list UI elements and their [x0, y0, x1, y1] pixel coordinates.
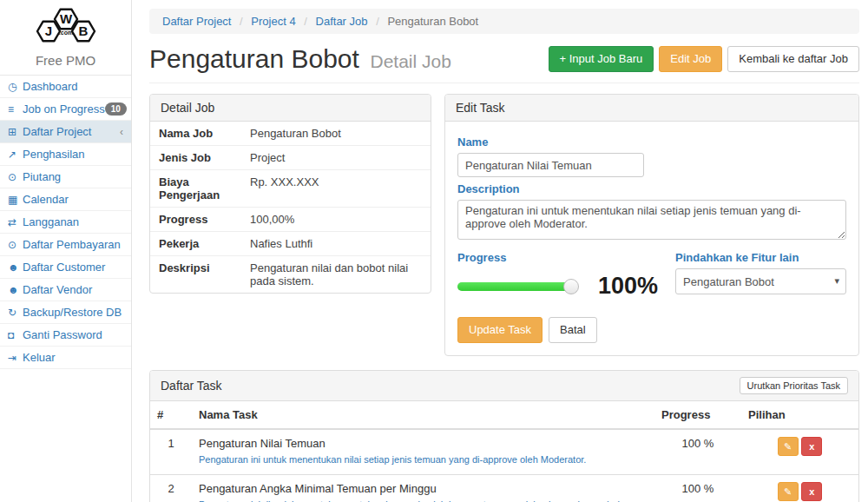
task-name: Pengaturan Angka Minimal Temuan per Ming… [199, 482, 648, 495]
edit-task-button[interactable]: ✎ [778, 482, 799, 501]
x-icon: x [809, 441, 814, 452]
money-icon: ⊙ [8, 239, 23, 251]
table-row: 1 Pengaturan Nilai Temuan Pengaturan ini… [150, 429, 858, 474]
brand-logo[interactable]: J W B .com Free PMO [0, 0, 131, 76]
sidebar-item-job-on-progress[interactable]: ≡ Job on Progress 10 [0, 98, 131, 121]
progress-label: Progress [457, 251, 658, 264]
move-feature-label: Pindahkan ke Fitur lain [675, 251, 846, 264]
pencil-icon: ✎ [784, 486, 792, 497]
sidebar-item-ganti-password[interactable]: ◘ Ganti Password [0, 324, 131, 347]
table-row: 2 Pengaturan Angka Minimal Temuan per Mi… [150, 474, 858, 502]
task-description-textarea[interactable]: Pengaturan ini untuk menentukan nilai se… [457, 200, 846, 240]
edit-task-panel: Edit Task Name Description Pengaturan in… [444, 94, 859, 356]
edit-task-button[interactable]: ✎ [778, 437, 799, 456]
jwb-logo-icon: J W B .com [21, 5, 111, 49]
sidebar-item-piutang[interactable]: ⊙ Piutang [0, 166, 131, 188]
edit-job-button[interactable]: Edit Job [659, 46, 722, 72]
daftar-task-panel-title: Daftar Task [161, 379, 222, 393]
detail-row: Nama Job Pengaturan Bobot [150, 122, 431, 146]
sidebar-item-backup-restore-db[interactable]: ↻ Backup/Restore DB [0, 301, 131, 324]
page-subtitle: Detail Job [371, 51, 451, 71]
sidebar-item-dashboard[interactable]: ◷ Dashboard [0, 76, 131, 98]
logo-letter-b: B [78, 23, 88, 38]
progress-slider-fill [457, 282, 572, 291]
progress-slider[interactable] [457, 282, 572, 291]
progress-column: Progress 100% Update Task Batal [457, 246, 675, 343]
breadcrumb-daftar-job[interactable]: Daftar Job [316, 15, 368, 28]
task-table: # Nama Task Progress Pilihan 1 Pengatura… [150, 401, 858, 502]
delete-task-button[interactable]: x [801, 437, 822, 456]
daftar-task-panel: Daftar Task Urutkan Prioritas Task # Nam… [149, 370, 859, 502]
chart-icon: ↗ [8, 149, 23, 161]
logo-letter-j: J [44, 23, 51, 38]
sign-out-icon: ⇥ [8, 352, 23, 364]
progress-value: 100% [598, 273, 658, 300]
breadcrumb-current: Pengaturan Bobot [387, 15, 478, 28]
col-header-progress: Progress [654, 401, 741, 429]
page-title-group: Pengaturan Bobot Detail Job [149, 44, 451, 74]
money-icon: ⊙ [8, 171, 23, 183]
breadcrumb-separator: / [376, 15, 379, 28]
task-description: Pengaturan ini untuk menentukan nilai se… [199, 452, 648, 467]
breadcrumb-separator: / [240, 15, 243, 28]
pencil-icon: ✎ [784, 441, 792, 452]
progress-slider-handle[interactable] [563, 279, 579, 294]
description-label: Description [457, 182, 846, 195]
breadcrumb: Daftar Project / Project 4 / Daftar Job … [149, 9, 859, 34]
move-feature-select[interactable]: Pengaturan Bobot [675, 268, 846, 294]
sidebar-item-daftar-vendor[interactable]: ☻ Daftar Vendor [0, 279, 131, 301]
sidebar-item-daftar-pembayaran[interactable]: ⊙ Daftar Pembayaran [0, 234, 131, 256]
input-job-baru-label: Input Job Baru [569, 52, 643, 65]
logo-letter-w: W [59, 11, 72, 26]
breadcrumb-daftar-project[interactable]: Daftar Project [162, 15, 231, 28]
sidebar-item-langganan[interactable]: ⇄ Langganan [0, 211, 131, 234]
users-icon: ☻ [8, 261, 23, 274]
calendar-icon: ▦ [8, 194, 23, 206]
table-icon: ⊞ [8, 126, 23, 138]
edit-task-panel-title: Edit Task [445, 95, 858, 122]
col-header-num: # [150, 401, 192, 429]
repeat-icon: ⇄ [8, 216, 23, 228]
task-progress: 100 % [654, 429, 741, 474]
sidebar-item-penghasilan[interactable]: ↗ Penghasilan [0, 143, 131, 166]
task-description: Pengaturan ini diperlukan untuk menetuka… [199, 498, 648, 502]
list-icon: ≡ [8, 103, 23, 116]
logo-dotcom: .com [58, 30, 72, 36]
detail-row: Jenis Job Project [150, 146, 431, 170]
input-job-baru-button[interactable]: + Input Job Baru [549, 46, 654, 72]
batal-button[interactable]: Batal [549, 317, 597, 343]
update-task-button[interactable]: Update Task [457, 317, 542, 343]
delete-task-button[interactable]: x [801, 482, 822, 501]
top-panels-row: Detail Job Nama Job Pengaturan Bobot Jen… [149, 94, 859, 356]
chevron-left-icon: ‹ [120, 126, 123, 138]
detail-row: Biaya Pengerjaan Rp. XXX.XXX [150, 170, 431, 208]
breadcrumb-separator: / [304, 15, 307, 28]
task-progress: 100 % [654, 474, 741, 502]
kembali-ke-daftar-job-button[interactable]: Kembali ke daftar Job [727, 46, 859, 72]
sidebar-item-daftar-customer[interactable]: ☻ Daftar Customer [0, 256, 131, 279]
detail-job-panel-title: Detail Job [150, 95, 431, 122]
job-count-badge: 10 [105, 102, 127, 116]
urutkan-prioritas-button-top[interactable]: Urutkan Prioritas Task [740, 377, 848, 394]
lock-icon: ◘ [8, 329, 23, 341]
app-root: J W B .com Free PMO ◷ Dashboard ≡ Job on… [0, 0, 868, 502]
brand-name: Free PMO [0, 53, 131, 68]
sidebar-nav: ◷ Dashboard ≡ Job on Progress 10 ⊞ Dafta… [0, 76, 131, 369]
detail-job-panel: Detail Job Nama Job Pengaturan Bobot Jen… [149, 94, 431, 294]
name-label: Name [457, 135, 846, 149]
page-header: Pengaturan Bobot Detail Job + Input Job … [149, 44, 859, 83]
detail-row: Deskripsi Pengaturan nilai dan bobot nil… [150, 256, 431, 293]
task-name-input[interactable] [457, 153, 644, 177]
sidebar: J W B .com Free PMO ◷ Dashboard ≡ Job on… [0, 0, 132, 502]
plus-icon: + [560, 52, 567, 65]
sidebar-item-calendar[interactable]: ▦ Calendar [0, 188, 131, 211]
sidebar-item-daftar-project[interactable]: ⊞ Daftar Project ‹ [0, 121, 131, 143]
header-actions: + Input Job Baru Edit Job Kembali ke daf… [549, 46, 860, 72]
detail-job-table: Nama Job Pengaturan Bobot Jenis Job Proj… [150, 122, 431, 293]
main-content: Daftar Project / Project 4 / Daftar Job … [132, 0, 868, 502]
sidebar-item-keluar[interactable]: ⇥ Keluar [0, 347, 131, 369]
breadcrumb-project-4[interactable]: Project 4 [251, 15, 295, 28]
x-icon: x [809, 486, 814, 497]
users-icon: ☻ [8, 284, 23, 296]
col-header-nama-task: Nama Task [192, 401, 654, 429]
